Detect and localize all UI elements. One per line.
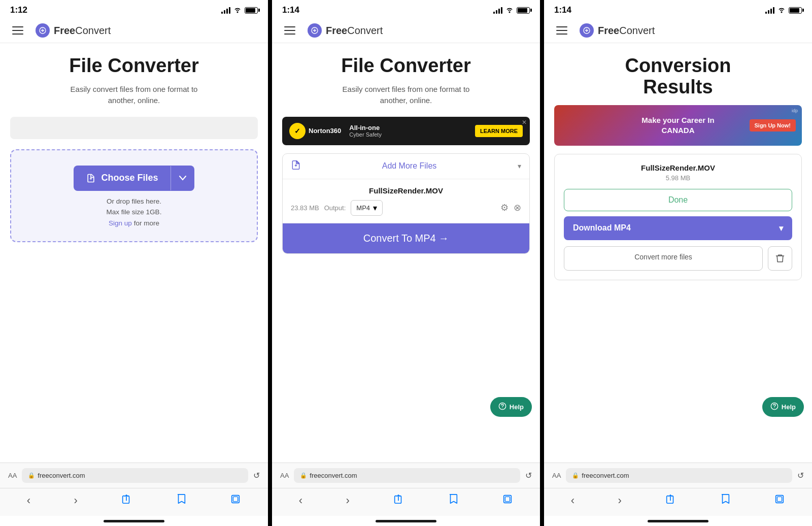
refresh-icon-3[interactable]: ↺ [797, 471, 804, 480]
browser-aa-2[interactable]: AA [280, 472, 289, 479]
help-btn-2[interactable]: Help [490, 397, 532, 417]
choose-files-arrow[interactable] [171, 167, 194, 190]
status-icons-2 [493, 6, 530, 15]
hamburger-line [12, 26, 23, 27]
main-content-2: File Converter Easily convert files from… [272, 43, 540, 463]
tabs-btn-2[interactable] [502, 494, 513, 508]
status-bar-3: 1:14 [544, 0, 812, 18]
back-btn-1[interactable]: ‹ [27, 494, 30, 507]
signup-link[interactable]: Sign up [109, 219, 132, 227]
add-more-files-bar[interactable]: Add More Files ▾ [283, 154, 529, 179]
help-label-2: Help [510, 403, 524, 411]
bar3 [498, 9, 500, 14]
back-btn-2[interactable]: ‹ [299, 494, 302, 507]
ad-img-cta[interactable]: Sign Up Now! [750, 119, 796, 132]
tabs-btn-1[interactable] [230, 494, 241, 508]
share-btn-1[interactable] [121, 494, 132, 508]
hamburger-menu-3[interactable] [554, 24, 569, 37]
logo-1[interactable]: FreeConvert [36, 23, 111, 38]
browser-url-3[interactable]: 🔒 freeconvert.com [566, 468, 792, 483]
close-file-btn[interactable]: ⊗ [514, 202, 521, 213]
logo-text-3: FreeConvert [598, 25, 655, 37]
help-btn-3[interactable]: Help [762, 397, 804, 417]
logo-3[interactable]: FreeConvert [580, 23, 655, 38]
convert-more-row: Convert more files [564, 246, 792, 271]
battery-icon-3 [789, 7, 802, 14]
url-text-2: freeconvert.com [310, 472, 357, 479]
format-select[interactable]: MP4 ▾ [351, 200, 383, 216]
home-bar-2 [376, 520, 436, 522]
convert-btn[interactable]: Convert To MP4 → [283, 223, 529, 253]
logo-icon-3 [580, 23, 594, 38]
signal-bars-3 [765, 7, 774, 14]
format-chevron: ▾ [373, 203, 377, 213]
norton-circle: ✓ [289, 123, 306, 139]
browser-url-2[interactable]: 🔒 freeconvert.com [294, 468, 520, 483]
browser-url-1[interactable]: 🔒 freeconvert.com [22, 468, 248, 483]
logo-icon-1 [36, 23, 50, 38]
logo-2[interactable]: FreeConvert [308, 23, 383, 38]
search-bar-1[interactable] [10, 117, 258, 139]
help-circle-icon-3 [770, 402, 779, 412]
forward-btn-2[interactable]: › [346, 494, 350, 507]
main-content-3: ConversionResults Make your Career InCAN… [544, 43, 812, 463]
bookmarks-btn-3[interactable] [720, 494, 731, 508]
result-file-card: FullSizeRender.MOV 5.98 MB Done Download… [554, 154, 802, 280]
browser-aa-3[interactable]: AA [552, 472, 561, 479]
hamburger-menu-2[interactable] [282, 24, 297, 37]
signal-bars-1 [221, 7, 230, 14]
phone-screen-1: 1:12 [0, 0, 268, 526]
gear-btn[interactable]: ⚙ [500, 202, 509, 213]
result-filesize: 5.98 MB [564, 174, 792, 182]
nav-bar-1: FreeConvert [0, 18, 268, 43]
share-btn-3[interactable] [665, 494, 676, 508]
forward-btn-3[interactable]: › [618, 494, 622, 507]
home-indicator-1 [0, 516, 268, 526]
done-btn[interactable]: Done [564, 189, 792, 211]
home-bar-3 [648, 520, 708, 522]
home-indicator-2 [272, 516, 540, 526]
svg-rect-1 [233, 497, 238, 501]
status-icons-1 [221, 6, 258, 15]
battery-fill-2 [518, 8, 527, 13]
choose-files-label: Choose Files [101, 173, 158, 183]
status-time-1: 1:12 [10, 5, 27, 15]
wifi-icon-1 [233, 6, 242, 15]
bookmarks-btn-1[interactable] [176, 494, 187, 508]
wifi-icon-2 [505, 6, 514, 15]
lock-icon-3: 🔒 [572, 472, 579, 479]
result-filename: FullSizeRender.MOV [564, 163, 792, 172]
nav-bar-2: FreeConvert [272, 18, 540, 43]
drop-zone-text: Or drop files here. Max file size 1GB. S… [107, 196, 162, 229]
trash-btn[interactable] [768, 246, 792, 271]
svg-rect-4 [505, 497, 510, 501]
refresh-icon-1[interactable]: ↺ [253, 471, 260, 480]
bookmarks-btn-2[interactable] [448, 494, 459, 508]
convert-more-btn[interactable]: Convert more files [564, 246, 763, 271]
url-text-1: freeconvert.com [38, 472, 85, 479]
norton-tagline: All-in-one [349, 124, 470, 132]
file-item: FullSizeRender.MOV 23.83 MB Output: MP4 … [283, 179, 529, 223]
tabs-btn-3[interactable] [774, 494, 785, 508]
wifi-icon-3 [777, 6, 786, 15]
norton-logo: ✓ Norton360 [289, 123, 341, 139]
page-title-2: File Converter [282, 55, 530, 77]
forward-btn-1[interactable]: › [74, 494, 78, 507]
share-btn-2[interactable] [393, 494, 404, 508]
hamburger-menu-1[interactable] [10, 24, 25, 37]
phone-screen-2: 1:14 [268, 0, 540, 526]
refresh-icon-2[interactable]: ↺ [525, 471, 532, 480]
status-time-3: 1:14 [554, 5, 571, 15]
download-btn[interactable]: Download MP4 ▾ [564, 216, 792, 240]
main-content-1: File Converter Easily convert files from… [0, 43, 268, 463]
bar4 [229, 7, 230, 14]
logo-text-2: FreeConvert [326, 25, 383, 37]
learn-more-btn[interactable]: LEARN MORE [475, 125, 523, 137]
back-btn-3[interactable]: ‹ [571, 494, 574, 507]
ad-close[interactable]: ✕ [522, 119, 527, 126]
signal-bars-2 [493, 7, 502, 14]
browser-aa-1[interactable]: AA [8, 472, 17, 479]
status-bar-2: 1:14 [272, 0, 540, 18]
choose-files-btn[interactable]: Choose Files [74, 166, 194, 191]
norton-sub: Cyber Safety [349, 132, 470, 138]
